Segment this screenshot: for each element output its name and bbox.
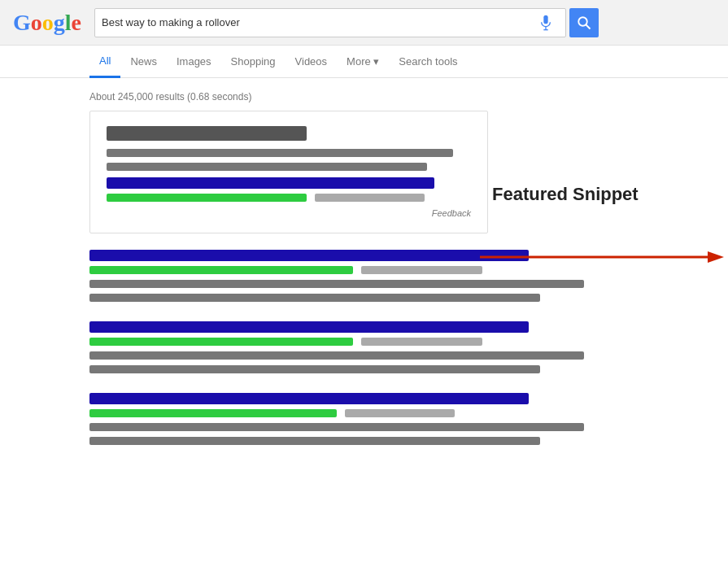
feedback-label[interactable]: Feedback [107, 208, 471, 218]
result-1-desc-1 [89, 280, 584, 288]
nav-item-more[interactable]: More ▾ [337, 46, 389, 78]
logo-letter-o1: o [31, 10, 42, 36]
logo-letter-g: G [13, 10, 31, 36]
nav-item-images[interactable]: Images [167, 46, 221, 78]
logo-letter-e: e [72, 10, 81, 36]
search-input[interactable] [102, 16, 538, 28]
logo-letter-g2: g [54, 10, 65, 36]
snippet-gray-bar [315, 194, 424, 202]
result-1-title[interactable] [89, 250, 529, 261]
svg-point-3 [578, 17, 587, 26]
mic-icon[interactable] [538, 15, 554, 31]
result-3-green [89, 409, 337, 417]
result-3-gray [345, 409, 455, 417]
snippet-meta-row [107, 194, 471, 202]
nav-item-news[interactable]: News [120, 46, 167, 78]
result-item-3 [89, 393, 639, 445]
featured-snippet-arrow [480, 249, 728, 265]
result-1-desc-2 [89, 294, 540, 302]
result-2-title[interactable] [89, 321, 529, 333]
nav-item-shopping[interactable]: Shopping [221, 46, 286, 78]
search-bar [94, 8, 566, 37]
svg-line-4 [586, 24, 590, 28]
result-3-title[interactable] [89, 393, 529, 404]
result-3-desc-2 [89, 437, 540, 445]
nav-item-all[interactable]: All [89, 46, 120, 78]
search-button[interactable] [569, 8, 599, 37]
nav-bar: All News Images Shopping Videos More ▾ S… [0, 46, 728, 78]
result-1-gray [361, 266, 482, 274]
logo-letter-o2: o [42, 10, 54, 36]
snippet-text-line-2 [107, 163, 427, 171]
result-3-meta [89, 409, 639, 417]
result-2-desc-1 [89, 351, 584, 360]
svg-marker-6 [708, 251, 724, 263]
nav-item-videos[interactable]: Videos [286, 46, 338, 78]
featured-snippet-box: Feedback [89, 111, 488, 233]
svg-rect-0 [543, 15, 547, 24]
result-2-green [89, 338, 353, 346]
featured-snippet-annotation: Featured Snippet [492, 184, 720, 205]
logo-letter-l: l [65, 10, 72, 36]
snippet-text-line-1 [107, 149, 453, 157]
nav-item-search-tools[interactable]: Search tools [389, 46, 467, 78]
snippet-url-bar[interactable] [107, 177, 434, 189]
snippet-green-bar [107, 194, 307, 202]
result-1-meta [89, 266, 639, 274]
result-1-green [89, 266, 353, 274]
result-2-meta [89, 338, 639, 346]
result-2-desc-2 [89, 365, 540, 373]
result-2-gray [361, 338, 482, 346]
snippet-title-bar [107, 126, 307, 141]
featured-snippet-label: Featured Snippet [492, 184, 639, 205]
result-3-desc-1 [89, 423, 584, 431]
result-count: About 245,000 results (0.68 seconds) [89, 85, 639, 111]
logo: Google [13, 10, 81, 36]
header: Google [0, 0, 728, 46]
result-item-2 [89, 321, 639, 373]
